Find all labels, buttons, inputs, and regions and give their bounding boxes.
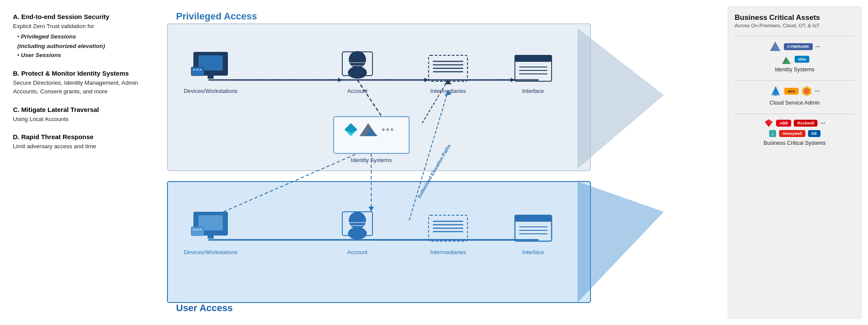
okta-logo: okta: [795, 56, 810, 63]
svg-rect-8: [191, 67, 204, 76]
section-d-body: Limit adversary access and time: [13, 142, 149, 151]
svg-marker-3: [578, 182, 664, 303]
section-b-body: Secure Directories, Identity Management,…: [13, 79, 149, 96]
bcs-section: ABB Rockwell ··· S Honeywell GE Business…: [735, 114, 855, 146]
ge-logo: GE: [808, 130, 821, 137]
bcs-label: Business Critical Systems: [735, 140, 855, 146]
svg-rect-11: [199, 69, 201, 70]
gcp-icon: [801, 86, 812, 97]
ping-icon: [769, 41, 781, 53]
right-panel-subtitle: Across On-Premises, Cloud, OT, & IoT: [735, 23, 855, 28]
ellipsis-3: ···: [820, 120, 825, 127]
svg-rect-1: [167, 182, 590, 303]
left-panel: A. End-to-end Session Security Explicit …: [0, 0, 160, 325]
svg-point-56: [348, 227, 367, 239]
ellipsis-2: ···: [815, 88, 820, 95]
svg-rect-23: [515, 55, 552, 62]
section-a-bullets: Privileged Sessions(including authorized…: [13, 32, 149, 60]
bcs-logos-row-1: ABB Rockwell ···: [735, 118, 855, 128]
identity-logos-row-2: okta: [735, 54, 855, 64]
section-d-title: D. Rapid Threat Response: [13, 133, 149, 140]
user-intermediaries-label: Intermediaries: [430, 249, 466, 255]
section-b: B. Protect & Monitor Identity Systems Se…: [13, 70, 149, 96]
ellipsis-1: ···: [815, 43, 821, 50]
user-interface-label: Interface: [522, 249, 544, 255]
section-a: A. End-to-end Session Security Explicit …: [13, 13, 149, 60]
rockwell-logo: Rockwell: [794, 120, 817, 127]
svg-rect-51: [193, 229, 195, 230]
svg-rect-53: [199, 229, 201, 230]
priv-interface-label: Interface: [522, 88, 544, 94]
identity-systems-section: CYBERARK ··· okta Identity Systems: [735, 36, 855, 73]
cloud-logos-row: aws ···: [735, 85, 855, 97]
svg-rect-10: [196, 69, 198, 70]
right-panel-title: Business Critical Assets: [735, 13, 855, 22]
section-c-body: Using Local Accounts: [13, 115, 149, 124]
section-b-title: B. Protect & Monitor Identity Systems: [13, 70, 149, 77]
svg-point-13: [348, 67, 367, 79]
identity-logos-row: CYBERARK ···: [735, 41, 855, 53]
section-a-title: A. End-to-end Session Security: [13, 13, 149, 20]
svg-point-36: [386, 128, 389, 131]
identity-systems-label: Identity Systems: [735, 67, 855, 73]
honeywell-logo: Honeywell: [779, 130, 805, 137]
user-access-label: User Access: [176, 303, 233, 313]
bcs-logos-row-2: S Honeywell GE: [735, 130, 855, 137]
section-c-title: C. Mitigate Lateral Traversal: [13, 106, 149, 113]
svg-rect-50: [191, 227, 204, 236]
sailpoint-icon: [780, 54, 792, 64]
svg-rect-7: [208, 76, 214, 79]
svg-marker-2: [578, 28, 664, 169]
svg-point-35: [382, 128, 385, 131]
bullet-user-sessions: User Sessions: [17, 51, 149, 60]
right-panel-header: Business Critical Assets Across On-Premi…: [735, 13, 855, 28]
diagram-area: Privileged Access User Access Devices/Wo…: [160, 0, 728, 325]
svg-point-55: [349, 212, 366, 229]
svg-rect-49: [208, 236, 214, 239]
cloud-section: aws ··· Cloud Service Admin: [735, 80, 855, 106]
section-a-body: Explicit Zero Trust validation for Privi…: [13, 22, 149, 60]
abb-icon: [764, 118, 773, 128]
aws-logo: aws: [784, 88, 799, 95]
privileged-access-label: Privileged Access: [176, 11, 257, 22]
bullet-privileged-sessions: Privileged Sessions(including authorized…: [17, 32, 149, 51]
siemens-icon: S: [769, 130, 776, 137]
priv-devices-label: Devices/Workstations: [184, 88, 238, 94]
user-devices-label: Devices/Workstations: [184, 249, 238, 255]
azure-icon: [770, 85, 782, 97]
section-d: D. Rapid Threat Response Limit adversary…: [13, 133, 149, 151]
cloud-service-admin-label: Cloud Service Admin: [735, 100, 855, 106]
svg-text:S: S: [772, 132, 774, 136]
abb-logo: ABB: [776, 120, 792, 127]
svg-rect-9: [193, 69, 195, 70]
cyberark-logo: CYBERARK: [784, 43, 813, 50]
user-account-label: Account: [347, 249, 368, 255]
right-panel: Business Critical Assets Across On-Premi…: [728, 6, 862, 319]
svg-rect-67: [515, 215, 552, 222]
section-c: C. Mitigate Lateral Traversal Using Loca…: [13, 106, 149, 124]
svg-rect-52: [196, 229, 198, 230]
svg-point-37: [391, 128, 393, 131]
diagram-svg: Privileged Access User Access Devices/Wo…: [160, 0, 728, 325]
